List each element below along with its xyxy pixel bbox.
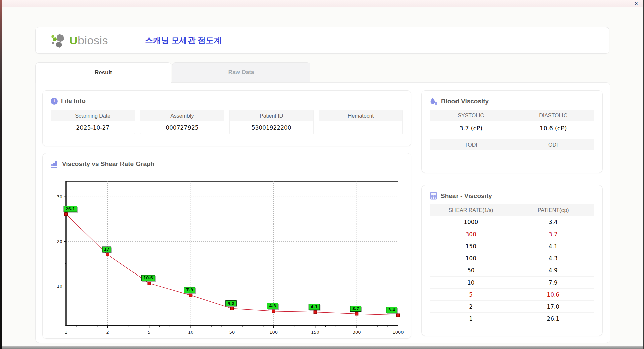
table-row: 1000 3.4 bbox=[430, 216, 594, 228]
file-info-field: Hematocrit bbox=[319, 110, 403, 134]
table-row: 2 17.0 bbox=[430, 301, 594, 313]
svg-text:3.4: 3.4 bbox=[388, 308, 395, 312]
todi-header: TODI bbox=[430, 139, 512, 150]
patient-viscosity-value: 17.0 bbox=[512, 301, 595, 312]
shear-rate-column-header: SHEAR RATE(1/s) bbox=[430, 204, 512, 216]
svg-text:7.9: 7.9 bbox=[186, 288, 193, 292]
patient-viscosity-value: 10.6 bbox=[512, 289, 595, 300]
odi-header: ODI bbox=[512, 139, 595, 150]
shear-viscosity-card: Shear - Viscosity SHEAR RATE(1/s) PATIEN… bbox=[421, 185, 603, 336]
patient-viscosity-value: 3.7 bbox=[512, 228, 595, 240]
svg-text:26.1: 26.1 bbox=[66, 207, 75, 211]
table-row: 150 4.1 bbox=[430, 240, 594, 252]
window-bottom-edge bbox=[2, 346, 643, 349]
field-value: 000727925 bbox=[140, 121, 224, 134]
blood-drops-icon bbox=[430, 97, 438, 105]
patient-viscosity-value: 3.4 bbox=[512, 216, 595, 228]
field-label: Assembly bbox=[140, 110, 224, 121]
svg-text:1: 1 bbox=[65, 330, 67, 335]
patient-viscosity-value: 26.1 bbox=[512, 313, 595, 325]
brand-logo: Ubiosis bbox=[51, 33, 108, 48]
blood-viscosity-title: Blood Viscosity bbox=[441, 98, 489, 105]
shear-rate-value: 100 bbox=[430, 252, 512, 264]
file-info-field: Scanning Date 2025-10-27 bbox=[51, 110, 135, 134]
calculator-icon bbox=[430, 192, 437, 200]
field-label: Patient ID bbox=[230, 110, 313, 121]
svg-text:10: 10 bbox=[188, 330, 194, 335]
field-value bbox=[319, 121, 402, 134]
shear-rate-value: 2 bbox=[430, 301, 512, 312]
page-title: 스캐닝 모세관 점도계 bbox=[145, 35, 222, 46]
field-value: 2025-10-27 bbox=[51, 121, 135, 134]
app-window: Ubiosis 스캐닝 모세관 점도계 Result Raw Data i Fi… bbox=[2, 7, 643, 346]
svg-text:100: 100 bbox=[269, 330, 278, 335]
svg-text:10.6: 10.6 bbox=[143, 276, 153, 280]
patient-viscosity-value: 7.9 bbox=[512, 277, 595, 288]
shear-rate-value: 1 bbox=[430, 313, 512, 325]
todi-value: – bbox=[430, 150, 512, 164]
shear-rate-value: 5 bbox=[430, 289, 512, 300]
shear-viscosity-table: SHEAR RATE(1/s) PATIENT(cp) 1000 3.4 300… bbox=[430, 204, 594, 325]
shear-rate-value: 150 bbox=[430, 240, 512, 252]
field-label: Scanning Date bbox=[51, 110, 135, 121]
table-row: 1 26.1 bbox=[430, 313, 594, 325]
table-row: 300 3.7 bbox=[430, 228, 594, 240]
systolic-value: 3.7 (cP) bbox=[430, 121, 512, 135]
shear-rate-value: 1000 bbox=[430, 216, 512, 228]
shear-rate-value: 50 bbox=[430, 264, 512, 276]
svg-text:20: 20 bbox=[57, 239, 62, 244]
svg-text:150: 150 bbox=[311, 330, 319, 335]
svg-text:4.3: 4.3 bbox=[269, 304, 276, 308]
app-header: Ubiosis 스캐닝 모세관 점도계 bbox=[35, 27, 609, 54]
svg-text:3.7: 3.7 bbox=[352, 306, 359, 311]
table-row: 50 4.9 bbox=[430, 264, 594, 277]
table-row: 10 7.9 bbox=[430, 277, 594, 289]
patient-viscosity-value: 4.1 bbox=[512, 240, 595, 252]
close-icon[interactable]: × bbox=[633, 0, 640, 7]
ubiosis-hexagon-logo-icon bbox=[51, 33, 68, 48]
svg-text:300: 300 bbox=[353, 330, 361, 335]
shear-rate-value: 10 bbox=[430, 277, 512, 288]
blood-viscosity-table: SYSTOLIC DIASTOLIC 3.7 (cP) 10.6 (cP) TO… bbox=[430, 110, 594, 164]
brand-rest: biosis bbox=[78, 34, 108, 47]
background-app-edge bbox=[0, 0, 2, 349]
svg-text:4.1: 4.1 bbox=[311, 305, 317, 309]
patient-viscosity-value: 4.9 bbox=[512, 264, 595, 276]
systolic-header: SYSTOLIC bbox=[430, 110, 512, 121]
blood-viscosity-card: Blood Viscosity SYSTOLIC DIASTOLIC 3.7 (… bbox=[421, 90, 603, 173]
file-info-title: File Info bbox=[61, 97, 86, 105]
file-info-field: Patient ID 53001922200 bbox=[229, 110, 314, 134]
svg-text:5: 5 bbox=[148, 330, 150, 335]
svg-text:10: 10 bbox=[57, 284, 62, 289]
field-label: Hematocrit bbox=[319, 110, 402, 121]
patient-viscosity-value: 4.3 bbox=[512, 252, 595, 264]
shear-viscosity-title: Shear - Viscosity bbox=[441, 192, 492, 200]
table-row: 5 10.6 bbox=[430, 289, 594, 301]
viscosity-shear-rate-chart: 1020301251050100150300100026.11710.67.94… bbox=[43, 153, 412, 339]
brand-name: Ubiosis bbox=[69, 34, 108, 47]
svg-text:4.9: 4.9 bbox=[228, 301, 234, 306]
viscosity-graph-card: Viscosity vs Shear Rate Graph 1020301251… bbox=[42, 153, 411, 339]
file-info-field: Assembly 000727925 bbox=[140, 110, 224, 134]
svg-text:1000: 1000 bbox=[392, 330, 404, 335]
shear-rate-value: 300 bbox=[430, 228, 512, 240]
patient-column-header: PATIENT(cp) bbox=[512, 204, 595, 216]
tab-result[interactable]: Result bbox=[35, 62, 171, 83]
field-value: 53001922200 bbox=[230, 121, 313, 134]
file-info-fields: Scanning Date 2025-10-27 Assembly 000727… bbox=[43, 109, 411, 134]
svg-text:17: 17 bbox=[104, 247, 109, 252]
shear-rows: 1000 3.4 300 3.7 150 4.1 100 4.3 50 4.9 bbox=[430, 216, 594, 325]
file-info-card: i File Info Scanning Date 2025-10-27 Ass… bbox=[42, 90, 411, 146]
window-titlebar: × bbox=[0, 0, 644, 7]
odi-value: – bbox=[512, 150, 595, 164]
diastolic-header: DIASTOLIC bbox=[512, 110, 595, 121]
svg-text:50: 50 bbox=[229, 330, 235, 335]
result-panel: i File Info Scanning Date 2025-10-27 Ass… bbox=[35, 82, 610, 343]
diastolic-value: 10.6 (cP) bbox=[512, 121, 595, 135]
brand-u: U bbox=[69, 34, 78, 47]
table-row: 100 4.3 bbox=[430, 252, 594, 264]
svg-text:2: 2 bbox=[106, 330, 109, 335]
tab-raw-data[interactable]: Raw Data bbox=[172, 62, 310, 82]
info-icon: i bbox=[51, 98, 58, 105]
svg-text:30: 30 bbox=[57, 194, 62, 199]
